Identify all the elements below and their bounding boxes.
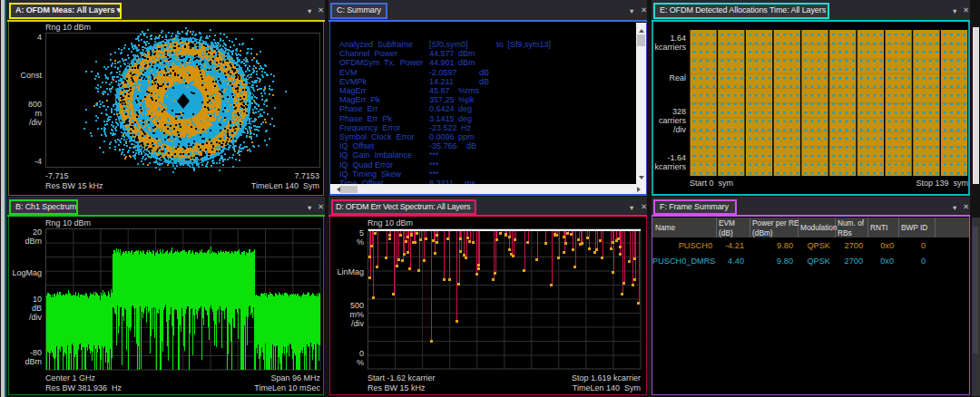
svg-text:%: %: [357, 358, 364, 367]
svg-text:328: 328: [672, 107, 686, 116]
svg-text:-4: -4: [34, 157, 42, 166]
svg-text:m%: m%: [350, 310, 365, 319]
svg-text:0: 0: [359, 349, 364, 358]
svg-text:Res BW 15 kHz: Res BW 15 kHz: [45, 181, 103, 190]
svg-text:1.64: 1.64: [670, 34, 686, 43]
svg-text:Rng 10 dBm: Rng 10 dBm: [45, 218, 91, 228]
svg-text:kcarriers: kcarriers: [654, 162, 686, 171]
svg-text:/div: /div: [351, 319, 365, 328]
svg-text:/div: /div: [673, 125, 687, 134]
svg-text:-7.715: -7.715: [45, 171, 69, 180]
svg-text:5: 5: [359, 228, 364, 237]
svg-text:Real: Real: [669, 73, 686, 82]
svg-text:Res BW 381.936 Hz: Res BW 381.936 Hz: [45, 383, 122, 392]
svg-text:4: 4: [37, 33, 42, 42]
svg-text:Stop 1.619 kcarrier: Stop 1.619 kcarrier: [572, 373, 641, 382]
svg-text:%: %: [357, 237, 364, 247]
svg-text:Stop 139 sym: Stop 139 sym: [916, 179, 968, 188]
svg-text:TimeLen 10 mSec: TimeLen 10 mSec: [254, 383, 320, 392]
svg-text:Const: Const: [20, 71, 42, 80]
svg-text:Span 96 MHz: Span 96 MHz: [270, 373, 320, 382]
svg-text:500: 500: [350, 301, 364, 310]
svg-text:-1.64: -1.64: [667, 153, 686, 162]
svg-text:800: 800: [28, 100, 42, 109]
svg-text:Start 0 sym: Start 0 sym: [690, 179, 733, 188]
svg-text:kcarriers: kcarriers: [654, 43, 686, 52]
svg-text:TimeLen 140 Sym: TimeLen 140 Sym: [573, 383, 641, 392]
svg-text:Res BW 15 kHz: Res BW 15 kHz: [368, 383, 426, 392]
svg-text:/div: /div: [29, 118, 43, 127]
svg-text:dBm: dBm: [24, 237, 42, 246]
svg-text:Rng 10 dBm: Rng 10 dBm: [45, 23, 91, 32]
svg-text:7.7153: 7.7153: [294, 171, 319, 180]
svg-text:dBm: dBm: [24, 357, 42, 366]
svg-text:m: m: [35, 109, 43, 118]
svg-text:LogMag: LogMag: [12, 268, 42, 277]
svg-text:Center 1 GHz: Center 1 GHz: [45, 373, 96, 382]
svg-text:Rng 10 dBm: Rng 10 dBm: [368, 218, 413, 228]
svg-text:TimeLen 140 Sym: TimeLen 140 Sym: [251, 181, 319, 190]
svg-text:carriers: carriers: [659, 116, 687, 125]
svg-text:20: 20: [33, 228, 42, 237]
svg-text:-80: -80: [30, 348, 42, 357]
svg-text:Start -1.62 kcarrier: Start -1.62 kcarrier: [368, 373, 436, 382]
svg-text:dB: dB: [32, 304, 42, 313]
svg-text:10: 10: [33, 295, 42, 304]
svg-text:LinMag: LinMag: [337, 267, 364, 276]
svg-text:/div: /div: [29, 313, 43, 322]
